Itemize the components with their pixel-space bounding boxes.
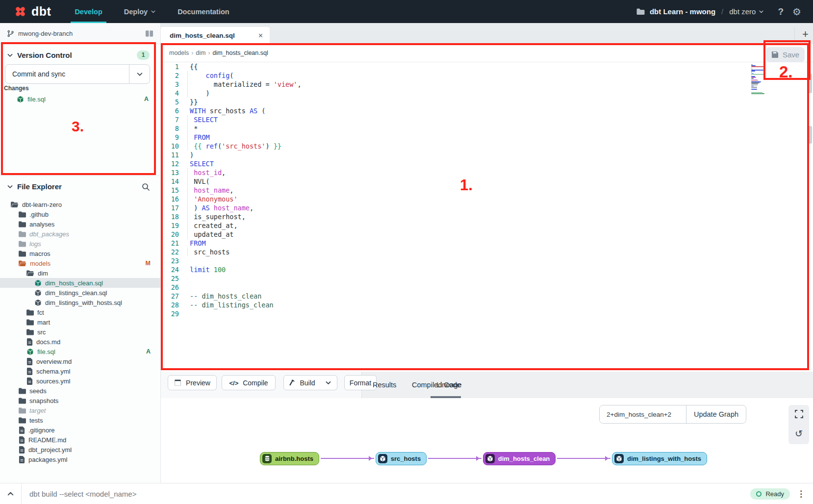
tree-item-overview-md[interactable]: overview.md (0, 356, 160, 366)
format-button[interactable]: Format (344, 375, 377, 390)
docs-book-icon[interactable] (145, 30, 153, 37)
tree-item-snapshots[interactable]: snapshots (0, 396, 160, 405)
code-line-7[interactable]: 7 SELECT (161, 115, 744, 124)
code-line-21[interactable]: 21 FROM (161, 239, 744, 248)
breadcrumb-models[interactable]: models (169, 50, 189, 56)
tree-item-readme-md[interactable]: README.md (0, 435, 160, 445)
code-line-14[interactable]: 14 NVL( (161, 177, 744, 186)
code-line-3[interactable]: 3 materialized = 'view', (161, 80, 744, 89)
tree-item-dim-listings-clean-sql[interactable]: dim_listings_clean.sql (0, 288, 160, 298)
code-line-13[interactable]: 13 host_id, (161, 168, 744, 177)
nav-item-deploy[interactable]: Deploy (113, 0, 167, 23)
tree-item-sources-yml[interactable]: sources.yml (0, 376, 160, 386)
code-line-1[interactable]: 1 {{ (161, 62, 744, 71)
code-line-17[interactable]: 17 ) AS host_name, (161, 203, 744, 212)
code-line-22[interactable]: 22 src_hosts (161, 248, 744, 256)
code-line-29[interactable]: 29 (161, 309, 744, 318)
close-icon[interactable]: × (258, 31, 263, 40)
tree-item-docs-md[interactable]: docs.md (0, 337, 160, 347)
code-line-4[interactable]: 4 ) (161, 89, 744, 98)
file-explorer-header[interactable]: File Explorer (0, 176, 160, 197)
commit-options-caret[interactable] (129, 65, 150, 83)
tree-item-fct[interactable]: fct (0, 307, 160, 317)
code-line-10[interactable]: 10 {{ ref('src_hosts') }} (161, 142, 744, 151)
lineage-selector-input[interactable] (600, 405, 686, 423)
build-options-caret[interactable] (319, 375, 337, 390)
code-line-16[interactable]: 16 'Anonymous' (161, 195, 744, 203)
code-line-2[interactable]: 2 config( (161, 71, 744, 80)
code-line-24[interactable]: 24 limit 100 (161, 265, 744, 274)
nav-item-documentation[interactable]: Documentation (167, 0, 240, 23)
help-icon[interactable]: ? (778, 6, 784, 17)
code-line-28[interactable]: 28 -- dim_listings_clean (161, 301, 744, 309)
code-line-26[interactable]: 26 (161, 283, 744, 292)
code-line-6[interactable]: 6 WITH src_hosts AS ( (161, 106, 744, 115)
tree-item-tests[interactable]: tests (0, 415, 160, 425)
scrollbar-thumb[interactable] (809, 74, 812, 93)
nav-item-develop[interactable]: Develop (64, 0, 113, 23)
account-name[interactable]: dbt Learn - mwong (650, 7, 715, 16)
breadcrumb-file[interactable]: dim_hosts_clean.sql (212, 50, 268, 56)
code-line-20[interactable]: 20 updated_at (161, 230, 744, 239)
command-input[interactable] (22, 490, 750, 498)
build-button[interactable]: Build (283, 375, 320, 390)
tab-dim-hosts-clean[interactable]: dim_hosts_clean.sql × (161, 27, 270, 44)
code-line-27[interactable]: 27 -- dim_hosts_clean (161, 292, 744, 301)
editor-minimap[interactable] (751, 64, 770, 95)
tree-item-dim-listings-with-hosts-sql[interactable]: dim_listings_with_hosts.sql (0, 298, 160, 307)
tree-item-dbt-packages[interactable]: dbt_packages (0, 229, 160, 239)
tree-item-packages-yml[interactable]: packages.yml (0, 454, 160, 464)
compile-button[interactable]: </>Compile (222, 375, 276, 390)
lineage-node-dim-listings-with-hosts[interactable]: dim_listings_with_hosts (612, 452, 707, 465)
kebab-menu-icon[interactable]: ⋮ (797, 489, 805, 499)
lineage-node-src-hosts[interactable]: src_hosts (376, 452, 427, 465)
update-graph-button[interactable]: Update Graph (686, 405, 746, 423)
code-line-9[interactable]: 9 FROM (161, 133, 744, 142)
changed-file-row[interactable]: file.sql A (0, 94, 160, 104)
code-line-19[interactable]: 19 created_at, (161, 221, 744, 230)
code-line-11[interactable]: 11 ) (161, 151, 744, 159)
tree-item-logs[interactable]: logs (0, 239, 160, 249)
tree-item-seeds[interactable]: seeds (0, 386, 160, 396)
tree-item-file-sql[interactable]: file.sqlA (0, 347, 160, 356)
tree-item-src[interactable]: src (0, 327, 160, 337)
lineage-node-dim-hosts-clean[interactable]: dim_hosts_clean (483, 452, 556, 465)
tree-item-macros[interactable]: macros (0, 249, 160, 258)
save-button[interactable]: Save (766, 47, 805, 62)
version-control-header[interactable]: Version Control 1 (0, 47, 160, 63)
code-line-15[interactable]: 15 host_name, (161, 186, 744, 195)
branch-bar[interactable]: mwong-dev-branch (0, 23, 160, 44)
tab-lineage[interactable]: Lineage (436, 372, 462, 398)
code-line-18[interactable]: 18 is_superhost, (161, 212, 744, 221)
tree-item-mart[interactable]: mart (0, 317, 160, 327)
code-editor[interactable]: 1 {{2 config(3 materialized = 'view',4 )… (161, 62, 744, 356)
tree-item-dbt-project-yml[interactable]: dbt_project.yml (0, 445, 160, 454)
code-line-25[interactable]: 25 (161, 274, 744, 283)
gear-icon[interactable]: ⚙ (792, 6, 801, 18)
code-line-5[interactable]: 5 }} (161, 98, 744, 106)
environment-selector[interactable]: dbt zero (729, 7, 764, 16)
tab-results[interactable]: Results (373, 372, 396, 398)
new-tab-button[interactable]: + (794, 27, 809, 42)
code-line-12[interactable]: 12 SELECT (161, 159, 744, 168)
tree-item-schema-yml[interactable]: schema.yml (0, 366, 160, 376)
tree-item-models[interactable]: modelsM (0, 258, 160, 268)
reset-view-icon[interactable]: ↺ (795, 428, 803, 439)
code-line-23[interactable]: 23 (161, 256, 744, 265)
tree-item-target[interactable]: target (0, 405, 160, 415)
lineage-node-airbnb-hosts[interactable]: airbnb.hosts (260, 452, 319, 465)
fullscreen-icon[interactable] (795, 410, 803, 418)
breadcrumb-dim[interactable]: dim (196, 50, 205, 56)
code-line-8[interactable]: 8 * (161, 124, 744, 133)
preview-button[interactable]: Preview (168, 375, 217, 390)
commit-and-sync-button[interactable]: Commit and sync (5, 64, 150, 84)
tree-item-dbt-learn-zero[interactable]: dbt-learn-zero (0, 200, 160, 209)
scrollbar-thumb[interactable] (809, 126, 812, 144)
tree-item-dim-hosts-clean-sql[interactable]: dim_hosts_clean.sql (0, 278, 160, 288)
tree-item--github[interactable]: .github (0, 209, 160, 219)
collapse-panel-button[interactable] (0, 483, 22, 504)
dbt-logo[interactable]: dbt (0, 4, 64, 19)
tree-item-analyses[interactable]: analyses (0, 219, 160, 229)
tree-item-dim[interactable]: dim (0, 268, 160, 278)
search-icon[interactable] (142, 183, 150, 191)
